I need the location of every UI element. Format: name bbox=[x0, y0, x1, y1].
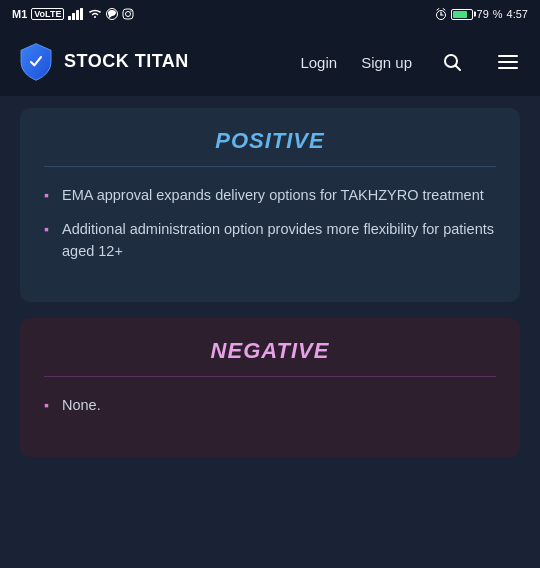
status-bar: M1 VoLTE bbox=[0, 0, 540, 28]
svg-line-12 bbox=[443, 9, 445, 11]
status-right: 79 % 4:57 bbox=[435, 8, 528, 20]
status-carrier: M1 VoLTE bbox=[12, 8, 134, 20]
list-item: Additional administration option provide… bbox=[44, 219, 496, 263]
negative-divider bbox=[44, 376, 496, 377]
nav-links: Login Sign up bbox=[300, 46, 524, 78]
logo-area: STOCK TITAN bbox=[16, 42, 288, 82]
battery-percent: 79 bbox=[477, 8, 489, 20]
negative-list: None. bbox=[44, 395, 496, 417]
svg-line-11 bbox=[437, 9, 439, 11]
svg-point-7 bbox=[131, 10, 133, 12]
svg-rect-3 bbox=[80, 8, 83, 20]
volte-badge: VoLTE bbox=[31, 8, 64, 20]
list-item: None. bbox=[44, 395, 496, 417]
logo-icon bbox=[16, 42, 56, 82]
positive-card: Positive EMA approval expands delivery o… bbox=[20, 108, 520, 302]
time-display: 4:57 bbox=[507, 8, 528, 20]
content-area: Positive EMA approval expands delivery o… bbox=[0, 108, 540, 457]
alarm-icon bbox=[435, 8, 447, 20]
whatsapp-icon bbox=[106, 8, 118, 20]
svg-line-14 bbox=[456, 66, 461, 71]
wifi-icon bbox=[88, 9, 102, 19]
list-item: EMA approval expands delivery options fo… bbox=[44, 185, 496, 207]
svg-rect-0 bbox=[68, 16, 71, 20]
svg-rect-2 bbox=[76, 10, 79, 20]
navbar: STOCK TITAN Login Sign up bbox=[0, 28, 540, 96]
logo-text: STOCK TITAN bbox=[64, 52, 189, 72]
search-button[interactable] bbox=[436, 46, 468, 78]
positive-divider bbox=[44, 166, 496, 167]
negative-card: Negative None. bbox=[20, 318, 520, 457]
negative-title: Negative bbox=[44, 338, 496, 364]
battery-indicator bbox=[451, 9, 473, 20]
svg-point-6 bbox=[126, 12, 131, 17]
menu-button[interactable] bbox=[492, 46, 524, 78]
instagram-icon bbox=[122, 8, 134, 20]
positive-title: Positive bbox=[44, 128, 496, 154]
carrier-label: M1 bbox=[12, 8, 27, 20]
signal-icon bbox=[68, 8, 84, 20]
login-link[interactable]: Login bbox=[300, 54, 337, 71]
svg-rect-1 bbox=[72, 13, 75, 20]
hamburger-icon bbox=[498, 55, 518, 69]
search-icon bbox=[443, 53, 461, 71]
positive-list: EMA approval expands delivery options fo… bbox=[44, 185, 496, 262]
signup-link[interactable]: Sign up bbox=[361, 54, 412, 71]
